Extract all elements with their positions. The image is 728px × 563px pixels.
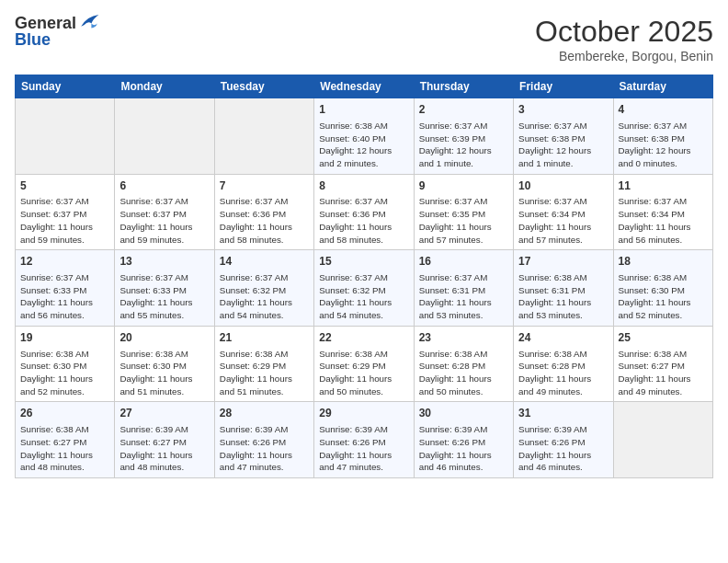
calendar-cell (115, 98, 214, 175)
calendar-cell: 2Sunrise: 6:37 AMSunset: 6:39 PMDaylight… (414, 98, 513, 175)
calendar-table: SundayMondayTuesdayWednesdayThursdayFrid… (15, 75, 713, 478)
day-info-text: Sunset: 6:27 PM (119, 436, 209, 449)
day-number: 1 (319, 102, 408, 118)
weekday-header-wednesday: Wednesday (314, 75, 414, 98)
calendar-cell: 19Sunrise: 6:38 AMSunset: 6:30 PMDayligh… (16, 326, 115, 402)
day-info-text: Sunset: 6:37 PM (20, 208, 109, 221)
calendar-cell: 8Sunrise: 6:37 AMSunset: 6:36 PMDaylight… (314, 174, 414, 250)
day-number: 27 (119, 406, 209, 421)
day-number: 18 (619, 254, 708, 270)
day-info-text: and 50 minutes. (419, 385, 508, 398)
logo-bird-icon (78, 13, 100, 31)
day-info-text: and 49 minutes. (518, 385, 608, 398)
day-info-text: and 55 minutes. (119, 309, 209, 322)
day-info-text: Daylight: 11 hours (619, 373, 708, 385)
calendar-cell: 4Sunrise: 6:37 AMSunset: 6:38 PMDaylight… (613, 98, 712, 175)
day-info-text: Daylight: 11 hours (20, 449, 109, 462)
day-info-text: Sunset: 6:29 PM (319, 360, 408, 373)
calendar-cell: 9Sunrise: 6:37 AMSunset: 6:35 PMDaylight… (414, 174, 513, 250)
calendar-cell: 22Sunrise: 6:38 AMSunset: 6:29 PMDayligh… (314, 326, 414, 402)
day-info-text: Sunset: 6:36 PM (220, 208, 309, 221)
day-info-text: and 1 minute. (518, 157, 608, 170)
calendar-cell (16, 98, 115, 175)
calendar-cell: 14Sunrise: 6:37 AMSunset: 6:32 PMDayligh… (214, 250, 313, 327)
day-info-text: Daylight: 11 hours (20, 373, 109, 385)
calendar-cell: 25Sunrise: 6:38 AMSunset: 6:27 PMDayligh… (613, 326, 712, 402)
day-info-text: Daylight: 11 hours (20, 296, 109, 309)
day-info-text: Daylight: 11 hours (619, 221, 708, 234)
day-info-text: Sunrise: 6:37 AM (518, 120, 608, 132)
day-info-text: Sunset: 6:37 PM (119, 208, 209, 221)
day-info-text: and 49 minutes. (619, 385, 708, 398)
day-info-text: Sunset: 6:34 PM (619, 208, 708, 221)
day-number: 11 (619, 178, 708, 194)
day-info-text: Daylight: 11 hours (419, 296, 508, 309)
day-info-text: Sunset: 6:35 PM (419, 208, 508, 221)
day-info-text: Sunrise: 6:37 AM (20, 195, 109, 208)
day-info-text: and 56 minutes. (619, 234, 708, 247)
calendar-cell: 12Sunrise: 6:37 AMSunset: 6:33 PMDayligh… (16, 250, 115, 327)
day-info-text: Sunset: 6:26 PM (518, 436, 608, 449)
weekday-header-monday: Monday (115, 75, 214, 98)
day-info-text: Sunrise: 6:38 AM (20, 348, 109, 361)
day-info-text: Sunrise: 6:38 AM (319, 348, 408, 361)
day-info-text: Sunrise: 6:37 AM (419, 120, 508, 132)
day-number: 21 (220, 330, 309, 346)
day-number: 23 (419, 330, 508, 346)
day-info-text: and 46 minutes. (518, 461, 608, 474)
day-number: 13 (119, 254, 209, 270)
day-info-text: and 52 minutes. (619, 309, 708, 322)
calendar-cell: 23Sunrise: 6:38 AMSunset: 6:28 PMDayligh… (414, 326, 513, 402)
day-info-text: Daylight: 11 hours (119, 373, 209, 385)
day-number: 3 (518, 102, 608, 118)
day-info-text: Sunset: 6:26 PM (319, 436, 408, 449)
day-number: 2 (419, 102, 508, 118)
day-number: 17 (518, 254, 608, 270)
day-info-text: Sunset: 6:26 PM (419, 436, 508, 449)
day-info-text: and 57 minutes. (419, 234, 508, 247)
logo-general-text: General (15, 15, 76, 31)
day-info-text: Daylight: 11 hours (220, 221, 309, 234)
day-number: 4 (619, 102, 708, 118)
calendar-cell: 21Sunrise: 6:38 AMSunset: 6:29 PMDayligh… (214, 326, 313, 402)
day-info-text: Sunrise: 6:39 AM (419, 423, 508, 436)
day-number: 14 (220, 254, 309, 270)
day-info-text: Sunrise: 6:38 AM (319, 120, 408, 132)
day-info-text: Daylight: 11 hours (319, 373, 408, 385)
day-info-text: and 0 minutes. (619, 157, 708, 170)
calendar-cell: 10Sunrise: 6:37 AMSunset: 6:34 PMDayligh… (514, 174, 613, 250)
logo: General Blue (15, 15, 100, 49)
calendar-cell: 5Sunrise: 6:37 AMSunset: 6:37 PMDaylight… (16, 174, 115, 250)
day-info-text: Sunset: 6:40 PM (319, 132, 408, 145)
day-info-text: Sunrise: 6:38 AM (20, 423, 109, 436)
day-info-text: and 48 minutes. (20, 461, 109, 474)
day-info-text: and 53 minutes. (419, 309, 508, 322)
calendar-cell: 30Sunrise: 6:39 AMSunset: 6:26 PMDayligh… (414, 402, 513, 478)
logo-blue-text: Blue (15, 30, 51, 49)
day-info-text: Daylight: 12 hours (518, 144, 608, 157)
weekday-header-friday: Friday (514, 75, 613, 98)
day-info-text: Sunrise: 6:38 AM (619, 348, 708, 361)
day-number: 28 (220, 406, 309, 421)
day-info-text: Daylight: 12 hours (419, 144, 508, 157)
day-info-text: and 54 minutes. (220, 309, 309, 322)
day-info-text: Sunset: 6:39 PM (419, 132, 508, 145)
day-info-text: and 53 minutes. (518, 309, 608, 322)
calendar-cell: 26Sunrise: 6:38 AMSunset: 6:27 PMDayligh… (16, 402, 115, 478)
day-number: 6 (119, 178, 209, 194)
calendar-cell: 1Sunrise: 6:38 AMSunset: 6:40 PMDaylight… (314, 98, 414, 175)
calendar-cell: 28Sunrise: 6:39 AMSunset: 6:26 PMDayligh… (214, 402, 313, 478)
day-info-text: Sunrise: 6:38 AM (119, 348, 209, 361)
page-header: General Blue October 2025 Bembereke, Bor… (15, 15, 713, 63)
day-info-text: Daylight: 11 hours (319, 221, 408, 234)
calendar-cell: 20Sunrise: 6:38 AMSunset: 6:30 PMDayligh… (115, 326, 214, 402)
day-info-text: Sunrise: 6:38 AM (518, 271, 608, 284)
day-info-text: Sunset: 6:30 PM (119, 360, 209, 373)
calendar-cell (214, 98, 313, 175)
day-number: 7 (220, 178, 309, 194)
day-info-text: and 51 minutes. (220, 385, 309, 398)
day-info-text: Sunset: 6:32 PM (319, 284, 408, 297)
day-info-text: Sunrise: 6:39 AM (518, 423, 608, 436)
calendar-cell: 24Sunrise: 6:38 AMSunset: 6:28 PMDayligh… (514, 326, 613, 402)
day-number: 19 (20, 330, 109, 346)
